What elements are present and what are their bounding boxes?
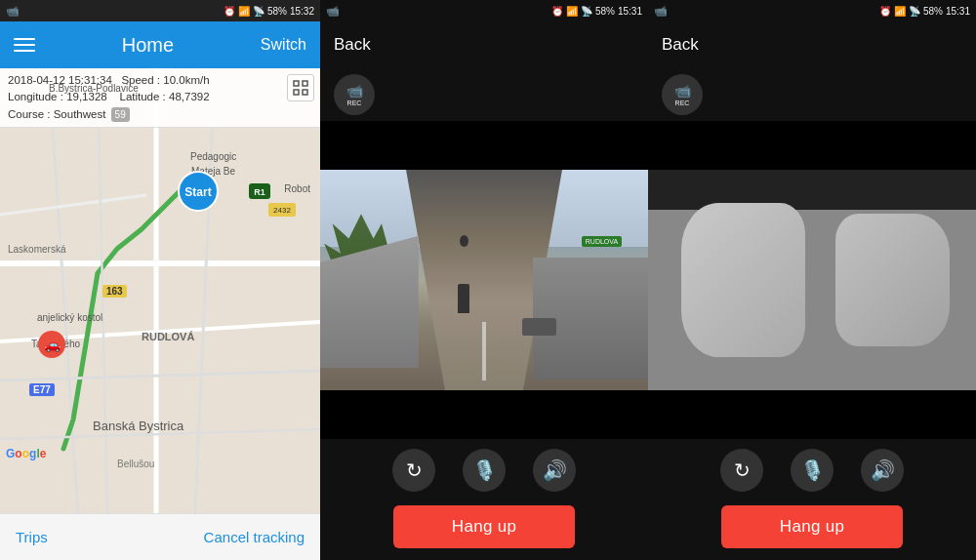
dashcam-scene: RUDLOVA [320, 170, 648, 390]
rotate-button-1[interactable]: ↻ [392, 449, 435, 492]
interior-scene [648, 170, 976, 390]
parked-car [522, 318, 556, 336]
rec-label-2: REC [675, 100, 690, 106]
interior-feed [648, 121, 976, 439]
app-header: Home Switch [0, 21, 320, 68]
map-bottom-bar: Trips Cancel tracking [0, 513, 320, 560]
hangup-button-1[interactable]: Hang up [393, 505, 575, 548]
rec-label-1: REC [347, 100, 362, 106]
wifi-icon-v2: 📶 [894, 6, 906, 17]
driver-face [835, 214, 951, 346]
video-panel-interior: 📹 ⏰ 📶 📡 58% 15:31 Back 📹 REC [648, 0, 976, 560]
area-label-kostol: anjelický kostol [37, 312, 102, 323]
map-panel: 📹 ⏰ 📶 📡 58% 15:32 Home Switch 2018-04-12… [0, 0, 320, 560]
signal-icon-v1: 📡 [581, 6, 592, 17]
video-black-bottom-1 [320, 390, 648, 439]
volume-icon-1: 🔊 [543, 459, 567, 482]
rotate-button-2[interactable]: ↻ [720, 449, 763, 492]
app-title: Home [122, 34, 174, 57]
rec-area-2: 📹 REC [648, 68, 976, 121]
area-label-1: B.Bystrica-Podlavice [49, 83, 139, 94]
lane-line [482, 322, 486, 380]
camera-icon-map: 📹 [6, 5, 20, 18]
svg-text:R1: R1 [254, 187, 265, 197]
status-bar-video2: 📹 ⏰ 📶 📡 58% 15:31 [648, 0, 976, 21]
rotate-icon-2: ↻ [734, 459, 751, 482]
speed-value: 10.0km/h [163, 74, 209, 86]
back-button-1[interactable]: Back [334, 35, 371, 55]
status-bar-video1: 📹 ⏰ 📶 📡 58% 15:31 [320, 0, 648, 21]
video-back-area-1: Back [320, 21, 648, 68]
car-icon-svg: 🚗 [37, 330, 66, 359]
signal-icon-v2: 📡 [909, 6, 920, 17]
dashcam-feed: RUDLOVA [320, 121, 648, 439]
road-sign: RUDLOVA [582, 236, 622, 247]
status-icons-v1: ⏰ 📶 📡 58% 15:31 [551, 6, 642, 17]
signal-icon: 📡 [253, 6, 264, 17]
cancel-tracking-button[interactable]: Cancel tracking [204, 529, 305, 545]
rec-button-2[interactable]: 📹 REC [662, 74, 703, 115]
svg-rect-0 [0, 68, 320, 513]
svg-rect-14 [294, 81, 299, 86]
svg-rect-17 [303, 90, 307, 95]
camera-icon-v2: 📹 [654, 5, 668, 18]
mute-button-2[interactable]: 🎙️ [791, 449, 834, 492]
rotate-icon-1: ↻ [406, 459, 423, 482]
back-button-2[interactable]: Back [662, 35, 699, 55]
person [458, 284, 469, 313]
svg-text:Start: Start [184, 185, 211, 199]
time-v1: 15:31 [618, 6, 642, 17]
time-v2: 15:31 [946, 6, 970, 17]
alarm-icon: ⏰ [224, 6, 235, 17]
hangup-area-2: Hang up [648, 501, 976, 560]
video-back-area-2: Back [648, 21, 976, 68]
rec-area-1: 📹 REC [320, 68, 648, 121]
mute-button-1[interactable]: 🎙️ [463, 449, 506, 492]
alarm-icon-v2: ⏰ [879, 6, 891, 17]
rec-button-1[interactable]: 📹 REC [334, 74, 375, 115]
latitude-value: 48,7392 [169, 91, 210, 102]
map-area[interactable]: R1 2432 163 E77 B.Bystrica-Podlavice Ped… [0, 68, 320, 513]
switch-button[interactable]: Switch [261, 36, 306, 54]
volume-button-2[interactable]: 🔊 [861, 449, 904, 492]
map-expand-button[interactable] [287, 74, 314, 101]
speed-badge: 59 [111, 107, 130, 122]
call-controls-2: ↻ 🎙️ 🔊 [648, 439, 976, 501]
rec-icon-1: 📹 [346, 83, 363, 99]
battery-v2: 58% [923, 6, 943, 17]
mic-icon-2: 🎙️ [800, 459, 825, 482]
video-black-bottom-2 [648, 390, 976, 439]
camera-icon-v1: 📹 [326, 5, 340, 18]
trips-button[interactable]: Trips [16, 529, 48, 545]
video-black-top-2 [648, 121, 976, 170]
person-head [460, 235, 468, 247]
start-icon-svg: Start [178, 171, 219, 212]
wifi-icon-v1: 📶 [566, 6, 578, 17]
svg-text:🚗: 🚗 [44, 337, 61, 353]
video-black-top-1 [320, 121, 648, 170]
interior-image [648, 170, 976, 390]
course-value: Southwest [54, 108, 106, 120]
volume-button-1[interactable]: 🔊 [533, 449, 576, 492]
bellus-label: Bellušou [117, 459, 154, 469]
gps-info: 2018-04-12 15:31:34 Speed : 10.0km/h Lon… [0, 68, 320, 128]
rudlova-label: RUDLOVÁ [142, 331, 194, 342]
expand-icon [293, 80, 308, 96]
wifi-icon: 📶 [238, 6, 250, 17]
volume-icon-2: 🔊 [871, 459, 895, 482]
hangup-button-2[interactable]: Hang up [721, 505, 903, 548]
car-marker: 🚗 [37, 330, 66, 359]
svg-text:2432: 2432 [273, 206, 291, 215]
road-label-e77: E77 [29, 383, 55, 396]
time-map: 15:32 [290, 6, 314, 17]
dashcam-image: RUDLOVA [320, 170, 648, 390]
area-label-lask: Laskomerská [8, 244, 65, 255]
passenger-face [681, 203, 806, 357]
rec-icon-2: 📹 [674, 83, 691, 99]
svg-rect-16 [294, 90, 299, 95]
svg-rect-15 [303, 81, 307, 86]
city-name: Banská Bystrica [93, 419, 183, 433]
menu-icon[interactable] [14, 38, 35, 52]
robot-label: Robot [284, 183, 310, 194]
road-label-163: 163 [102, 285, 127, 298]
